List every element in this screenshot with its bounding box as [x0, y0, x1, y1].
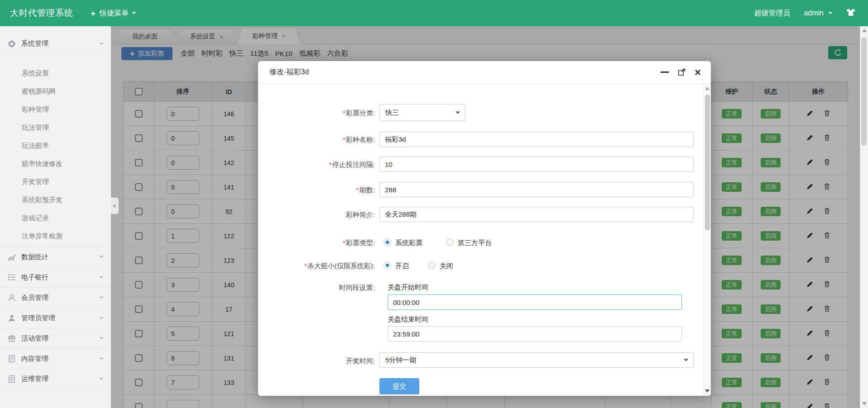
timeframe-label: 时间段设置: [258, 284, 375, 292]
quick-menu-label: 快捷菜单 [100, 9, 129, 18]
category-value: 快三 [385, 109, 399, 117]
scroll-up-arrow[interactable] [862, 29, 867, 32]
sidebar-group-label: 内容管理 [21, 355, 48, 363]
sidebar-group-label: 数据统计 [21, 253, 48, 261]
chevron-down-icon [100, 275, 103, 278]
chevron-down-icon [100, 376, 103, 380]
gear-icon [7, 39, 16, 48]
sidebar-submenu: 系统设置 蜜桃源码网 彩种管理 玩法管理 玩法赔率 赔率快速修改 开奖管理 系统… [0, 54, 111, 247]
periods-label: *期数: [258, 186, 375, 195]
chevron-down-icon [132, 10, 136, 14]
periods-input[interactable] [379, 182, 694, 197]
sidebar-group-label: 管理员管理 [21, 314, 55, 323]
draw-time-label: 开奖时间: [258, 357, 375, 365]
sidebar-item-draw-manage[interactable]: 开奖管理 [0, 173, 111, 191]
sidebar-group-bank[interactable]: 电子银行 [0, 267, 111, 287]
sidebar-item-game-records[interactable]: 游戏记录 [0, 209, 111, 227]
user-menu[interactable]: admin [804, 9, 824, 17]
category-label: *彩票分类: [258, 109, 375, 118]
chevron-down-icon [684, 357, 688, 361]
chevron-down-icon [100, 356, 103, 360]
kill-label: *杀大赔小(仅限系统彩): [258, 262, 375, 270]
required-mark: * [343, 136, 345, 143]
kill-option-off[interactable]: 关闭 [440, 262, 453, 270]
modal-scrollbar[interactable] [703, 84, 711, 396]
scroll-thumb[interactable] [705, 95, 710, 230]
chevron-down-icon [456, 110, 460, 114]
sidebar-item-lottery-manage[interactable]: 彩种管理 [0, 100, 111, 119]
sidebar-item-play-manage[interactable]: 玩法管理 [0, 119, 111, 137]
bank-list-icon [7, 273, 16, 282]
sidebar-item-system-settings[interactable]: 系统设置 [0, 64, 111, 82]
close-end-input[interactable] [388, 326, 682, 342]
scroll-thumb[interactable] [861, 37, 867, 146]
kill-radio-off[interactable] [428, 261, 436, 269]
app-title: 大时代管理系统 [10, 7, 73, 19]
sidebar-group-admins[interactable]: 管理员管理 [0, 308, 111, 328]
intro-input[interactable] [379, 207, 694, 222]
required-mark: * [356, 186, 359, 194]
name-input[interactable] [379, 132, 694, 147]
chevron-left-icon [113, 204, 116, 208]
scroll-up-arrow[interactable] [705, 87, 710, 90]
admin-icon [7, 313, 16, 323]
draw-time-value: 5分钟一期 [385, 356, 416, 365]
sidebar-group-label: 电子银行 [21, 273, 48, 282]
required-mark: * [343, 239, 345, 247]
sidebar-group-system[interactable]: 系统管理 [0, 33, 111, 54]
draw-time-select[interactable]: 5分钟一期 [379, 352, 694, 368]
maximize-icon[interactable] [678, 68, 686, 76]
chevron-down-icon [829, 10, 832, 14]
type-option-system[interactable]: 系统彩票 [395, 239, 422, 247]
quick-menu-button[interactable]: + 快捷菜单 [91, 9, 135, 18]
type-radio-thirdparty[interactable] [446, 238, 454, 246]
sidebar-group-ops[interactable]: 运维管理 [0, 369, 111, 389]
theme-shirt-icon[interactable] [845, 7, 856, 19]
minimize-icon[interactable] [661, 71, 669, 73]
sidebar: 系统管理 系统设置 蜜桃源码网 彩种管理 玩法管理 玩法赔率 赔率快速修改 开奖… [0, 26, 111, 408]
kill-option-on[interactable]: 开启 [395, 262, 409, 270]
top-header: 大时代管理系统 + 快捷菜单 超级管理员 admin [0, 0, 868, 26]
scroll-down-arrow[interactable] [705, 389, 710, 393]
close-icon[interactable]: × [695, 67, 701, 78]
sidebar-item-play-odds[interactable]: 玩法赔率 [0, 137, 111, 155]
sidebar-group-stats[interactable]: 数据统计 [0, 247, 111, 267]
interval-input[interactable] [379, 157, 694, 172]
close-start-input[interactable] [388, 294, 682, 310]
sidebar-group-members[interactable]: 会员管理 [0, 287, 111, 308]
sidebar-item-predraw[interactable]: 系统彩预开奖 [0, 191, 111, 209]
close-end-label: 关盘结束时间 [388, 315, 428, 324]
scroll-down-arrow[interactable] [862, 402, 867, 405]
chart-icon [7, 252, 16, 261]
modal-title: 修改-福彩3d [269, 67, 309, 77]
sidebar-collapse-handle[interactable] [111, 198, 119, 214]
sidebar-item-odds-quick[interactable]: 赔率快速修改 [0, 155, 111, 173]
chevron-down-icon [100, 295, 103, 299]
type-radio-system[interactable] [384, 238, 391, 246]
chevron-down-icon [100, 336, 103, 339]
kill-radio-on[interactable] [384, 261, 391, 269]
intro-label: 彩种简介: [258, 211, 375, 219]
sidebar-group-label: 运维管理 [21, 375, 48, 383]
member-icon [7, 293, 16, 302]
required-mark: * [304, 262, 307, 270]
gift-icon [7, 334, 16, 343]
sidebar-group-label: 系统管理 [21, 39, 48, 48]
modal-header: 修改-福彩3d × [258, 61, 711, 84]
category-select[interactable]: 快三 [379, 104, 465, 121]
chevron-down-icon [100, 315, 103, 319]
sidebar-group-content[interactable]: 内容管理 [0, 348, 111, 369]
sidebar-group-activities[interactable]: 活动管理 [0, 328, 111, 348]
required-mark: * [343, 109, 345, 117]
submit-button[interactable]: 提交 [379, 378, 419, 394]
sidebar-item-bet-anomaly[interactable]: 注单异常检测 [0, 227, 111, 245]
sidebar-group-label: 活动管理 [21, 334, 48, 343]
type-label: *彩票类型: [258, 239, 375, 247]
page-scrollbar[interactable] [860, 26, 868, 408]
type-option-thirdparty[interactable]: 第三方平台 [458, 239, 492, 247]
sidebar-item-source[interactable]: 蜜桃源码网 [0, 82, 111, 100]
name-label: *彩种名称: [258, 136, 375, 144]
plus-icon: + [91, 9, 96, 18]
chevron-down-icon [100, 41, 103, 44]
interval-label: *停止投注间隔: [258, 161, 375, 169]
